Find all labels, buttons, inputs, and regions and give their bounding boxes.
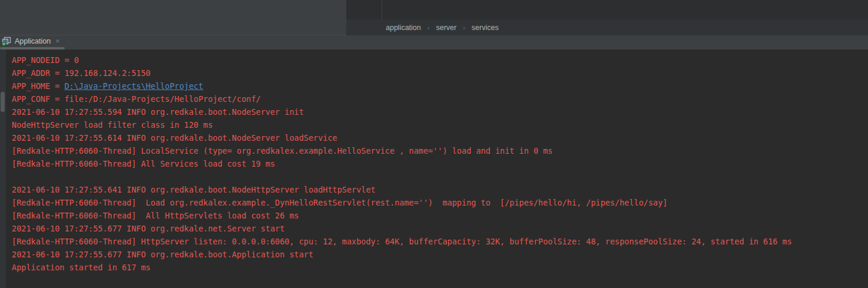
run-console-icon xyxy=(2,37,11,46)
log-text: APP_HOME = xyxy=(12,81,64,91)
console-line: [Redkale-HTTP:6060-Thread] All Services … xyxy=(12,157,868,170)
log-text: [Redkale-HTTP:6060-Thread] HttpServer li… xyxy=(12,237,792,246)
console-gutter xyxy=(0,49,6,288)
top-area: application › server › services xyxy=(0,0,868,35)
console-line: NodeHttpServer load filter class in 120 … xyxy=(12,118,868,131)
console-line: APP_HOME = D:\Java-Projects\HelloProject xyxy=(12,80,868,92)
breadcrumb-item-server[interactable]: server xyxy=(436,24,456,32)
console-line: APP_CONF = file:/D:/Java-Projects/HelloP… xyxy=(12,92,868,105)
console-line: APP_ADDR = 192.168.124.2:5150 xyxy=(12,67,868,80)
log-text: [Redkale-HTTP:6060-Thread] LocalService … xyxy=(12,146,552,155)
console-line: APP_NODEID = 0 xyxy=(12,54,868,67)
tab-application-label: Application xyxy=(15,37,51,45)
breadcrumb-item-services[interactable]: services xyxy=(472,24,499,32)
run-toolwindow-tabbar: Application × xyxy=(0,35,868,49)
log-text: 2021-06-10 17:27:55.614 INFO org.redkale… xyxy=(12,133,337,143)
log-text: APP_CONF = file:/D:/Java-Projects/HelloP… xyxy=(12,94,261,104)
editor-panel-right xyxy=(346,0,868,19)
console-line: 2021-06-10 17:27:55.614 INFO org.redkale… xyxy=(12,131,868,144)
close-icon[interactable]: × xyxy=(54,37,61,45)
console-line: [Redkale-HTTP:6060-Thread] Load org.redk… xyxy=(12,196,868,209)
file-path-link[interactable]: D:\Java-Projects\HelloProject xyxy=(64,81,203,91)
console-line: 2021-06-10 17:27:55.677 INFO org.redkale… xyxy=(12,248,868,261)
log-text: NodeHttpServer load filter class in 120 … xyxy=(12,120,213,130)
console-line: 2021-06-10 17:27:55.641 INFO org.redkale… xyxy=(12,183,868,196)
breadcrumb-item-application[interactable]: application xyxy=(386,24,421,32)
console-line: [Redkale-HTTP:6060-Thread] All HttpServl… xyxy=(12,209,868,222)
log-text: APP_NODEID = 0 xyxy=(12,55,79,65)
editor-panel-remnant xyxy=(0,0,346,35)
console-line xyxy=(12,170,868,183)
console-line: Application started in 617 ms xyxy=(12,261,868,274)
tab-application[interactable]: Application × xyxy=(0,35,64,47)
panel-divider xyxy=(382,0,382,19)
log-text: Application started in 617 ms xyxy=(12,263,151,272)
log-text: APP_ADDR = 192.168.124.2:5150 xyxy=(12,68,151,78)
console-scrollbar-thumb[interactable] xyxy=(1,92,5,112)
console-line: 2021-06-10 17:27:55.594 INFO org.redkale… xyxy=(12,105,868,118)
console-log: APP_NODEID = 0APP_ADDR = 192.168.124.2:5… xyxy=(12,54,868,274)
log-text: [Redkale-HTTP:6060-Thread] Load org.redk… xyxy=(12,198,668,207)
log-text: 2021-06-10 17:27:55.594 INFO org.redkale… xyxy=(12,107,304,117)
console-line: [Redkale-HTTP:6060-Thread] LocalService … xyxy=(12,144,868,157)
log-text: [Redkale-HTTP:6060-Thread] All Services … xyxy=(12,159,275,168)
chevron-right-icon: › xyxy=(428,24,430,31)
log-text: [Redkale-HTTP:6060-Thread] All HttpServl… xyxy=(12,211,299,220)
console-line: [Redkale-HTTP:6060-Thread] HttpServer li… xyxy=(12,235,868,248)
breadcrumb: application › server › services xyxy=(346,19,868,35)
log-text: 2021-06-10 17:27:55.677 INFO org.redkale… xyxy=(12,224,284,233)
console-line: 2021-06-10 17:27:55.677 INFO org.redkale… xyxy=(12,222,868,235)
log-text: 2021-06-10 17:27:55.677 INFO org.redkale… xyxy=(12,250,313,259)
log-text: 2021-06-10 17:27:55.641 INFO org.redkale… xyxy=(12,185,376,194)
run-console: APP_NODEID = 0APP_ADDR = 192.168.124.2:5… xyxy=(0,49,868,288)
chevron-right-icon: › xyxy=(463,24,465,31)
